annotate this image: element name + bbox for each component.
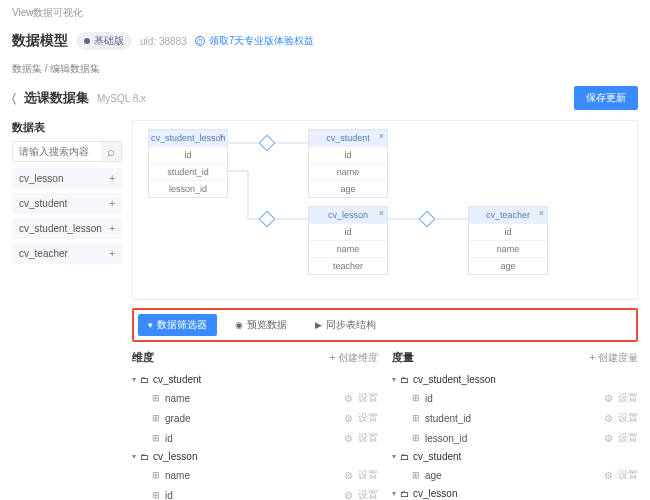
tree-field[interactable]: ⊞lesson_id⚙设置 <box>392 428 638 448</box>
plan-badge: 基础版 <box>76 32 132 50</box>
db-type: MySQL 8.x <box>97 93 146 104</box>
caret-down-icon: ▾ <box>132 375 136 384</box>
tab-preview[interactable]: ◉预览数据 <box>225 314 297 336</box>
close-icon[interactable]: × <box>379 131 384 141</box>
tree-group[interactable]: ▾🗀cv_student <box>392 448 638 465</box>
folder-icon: 🗀 <box>140 452 149 462</box>
entity-field: name <box>309 163 387 180</box>
tab-bar: ▾数据筛选器 ◉预览数据 ▶同步表结构 <box>132 308 638 342</box>
table-item[interactable]: cv_student+ <box>12 193 122 214</box>
gear-icon[interactable]: ⚙ <box>604 413 613 424</box>
breadcrumb: 数据集 / 编辑数据集 <box>0 56 650 82</box>
tree-field[interactable]: ⊞id⚙设置 <box>132 485 378 500</box>
tree-group[interactable]: ▾🗀cv_student <box>132 371 378 388</box>
caret-down-icon: ▾ <box>392 375 396 384</box>
table-item[interactable]: cv_lesson+ <box>12 168 122 189</box>
folder-icon: 🗀 <box>400 452 409 462</box>
gear-icon[interactable]: ⚙ <box>604 393 613 404</box>
text-icon: ⊞ <box>152 393 160 403</box>
close-icon[interactable]: × <box>379 208 384 218</box>
add-dimension-link[interactable]: + 创建维度 <box>329 351 378 365</box>
tree-field[interactable]: ⊞grade⚙设置 <box>132 408 378 428</box>
entity-field: name <box>469 240 547 257</box>
tree-field[interactable]: ⊞name⚙设置 <box>132 465 378 485</box>
tab-filter[interactable]: ▾数据筛选器 <box>138 314 217 336</box>
tree-field[interactable]: ⊞name⚙设置 <box>132 388 378 408</box>
number-icon: ⊞ <box>412 433 420 443</box>
er-canvas[interactable]: cv_student_lesson× id student_id lesson_… <box>132 120 638 300</box>
join-diamond-icon[interactable] <box>419 211 436 228</box>
back-button[interactable]: 〈 <box>12 91 16 105</box>
play-icon: ▶ <box>315 320 322 330</box>
close-icon[interactable]: × <box>539 208 544 218</box>
crumb-datasets[interactable]: 数据集 <box>12 63 42 74</box>
entity-header: cv_lesson× <box>309 207 387 223</box>
entity-card[interactable]: cv_teacher× id name age <box>468 206 548 275</box>
entity-field: id <box>149 146 227 163</box>
dimension-title: 维度 <box>132 350 154 365</box>
add-metric-link[interactable]: + 创建度量 <box>589 351 638 365</box>
gear-icon[interactable]: ⚙ <box>344 490 353 501</box>
entity-field: teacher <box>309 257 387 274</box>
entity-card[interactable]: cv_student_lesson× id student_id lesson_… <box>148 129 228 198</box>
join-diamond-icon[interactable] <box>259 211 276 228</box>
tree-field[interactable]: ⊞id⚙设置 <box>392 388 638 408</box>
tab-sync[interactable]: ▶同步表结构 <box>305 314 386 336</box>
tree-group[interactable]: ▾🗀cv_student_lesson <box>392 371 638 388</box>
tree-field[interactable]: ⊞age⚙设置 <box>392 465 638 485</box>
tree-group[interactable]: ▾🗀cv_lesson <box>132 448 378 465</box>
gear-icon[interactable]: ⚙ <box>604 470 613 481</box>
gear-icon[interactable]: ⚙ <box>344 413 353 424</box>
tree-field[interactable]: ⊞id⚙设置 <box>132 428 378 448</box>
entity-field: lesson_id <box>149 180 227 197</box>
plus-icon[interactable]: + <box>109 173 115 184</box>
text-icon: ⊞ <box>152 490 160 500</box>
folder-icon: 🗀 <box>400 489 409 499</box>
tree-group[interactable]: ▾🗀cv_lesson <box>392 485 638 500</box>
caret-down-icon: ▾ <box>392 452 396 461</box>
main-area: cv_student_lesson× id student_id lesson_… <box>132 120 638 500</box>
text-icon: ⊞ <box>152 413 160 423</box>
entity-card[interactable]: cv_lesson× id name teacher <box>308 206 388 275</box>
header: 数据模型 基础版 uid: 38883 ⏱领取7天专业版体验权益 <box>0 26 650 56</box>
plus-icon[interactable]: + <box>109 248 115 259</box>
save-button[interactable]: 保存更新 <box>574 86 638 110</box>
sidebar: 数据表 ⌕ cv_lesson+ cv_student+ cv_student_… <box>12 120 122 500</box>
sidebar-title: 数据表 <box>12 120 122 135</box>
uid-label: uid: 38883 <box>140 36 187 47</box>
gear-icon[interactable]: ⚙ <box>344 433 353 444</box>
entity-field: age <box>309 180 387 197</box>
promo-link[interactable]: ⏱领取7天专业版体验权益 <box>195 34 315 48</box>
table-list: cv_lesson+ cv_student+ cv_student_lesson… <box>12 168 122 264</box>
search-input[interactable] <box>13 142 101 161</box>
close-icon[interactable]: × <box>219 131 224 141</box>
entity-field: student_id <box>149 163 227 180</box>
plus-icon[interactable]: + <box>109 198 115 209</box>
number-icon: ⊞ <box>412 470 420 480</box>
gear-icon[interactable]: ⚙ <box>344 393 353 404</box>
gear-icon[interactable]: ⚙ <box>604 433 613 444</box>
search-button[interactable]: ⌕ <box>101 142 121 161</box>
join-diamond-icon[interactable] <box>259 135 276 152</box>
entity-header: cv_student_lesson× <box>149 130 227 146</box>
entity-field: id <box>309 223 387 240</box>
table-item[interactable]: cv_student_lesson+ <box>12 218 122 239</box>
entity-card[interactable]: cv_student× id name age <box>308 129 388 198</box>
plus-icon[interactable]: + <box>109 223 115 234</box>
number-icon: ⊞ <box>412 393 420 403</box>
metric-title: 度量 <box>392 350 414 365</box>
page-title: 数据模型 <box>12 32 68 50</box>
dim-metric-panel: 维度+ 创建维度 ▾🗀cv_student ⊞name⚙设置 ⊞grade⚙设置… <box>132 350 638 500</box>
text-icon: ⊞ <box>152 433 160 443</box>
eye-icon: ◉ <box>235 320 243 330</box>
dimension-column: 维度+ 创建维度 ▾🗀cv_student ⊞name⚙设置 ⊞grade⚙设置… <box>132 350 378 500</box>
folder-icon: 🗀 <box>140 375 149 385</box>
gear-icon[interactable]: ⚙ <box>344 470 353 481</box>
metric-column: 度量+ 创建度量 ▾🗀cv_student_lesson ⊞id⚙设置 ⊞stu… <box>392 350 638 500</box>
folder-icon: 🗀 <box>400 375 409 385</box>
caret-down-icon: ▾ <box>392 489 396 498</box>
table-item[interactable]: cv_teacher+ <box>12 243 122 264</box>
entity-field: age <box>469 257 547 274</box>
caret-down-icon: ▾ <box>132 452 136 461</box>
tree-field[interactable]: ⊞student_id⚙设置 <box>392 408 638 428</box>
